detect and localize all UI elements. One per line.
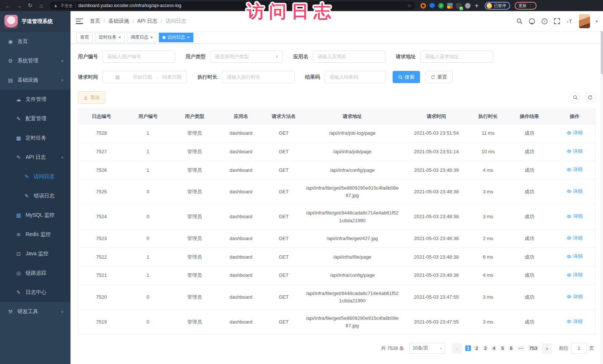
goto-page-input[interactable] — [571, 343, 587, 354]
fullscreen-icon[interactable] — [554, 18, 560, 24]
search-button[interactable]: 搜索 — [393, 71, 420, 83]
svg-text:T: T — [569, 19, 572, 24]
search-icon[interactable] — [516, 18, 523, 24]
page-button-5[interactable]: 5 — [500, 345, 505, 351]
prev-page-button[interactable]: ‹ — [452, 343, 462, 354]
sidebar-item-6[interactable]: ✎API 日志∧ — [0, 148, 71, 167]
sidebar-logo-row[interactable]: 芋道管理系统 — [0, 11, 71, 32]
close-icon[interactable]: × — [118, 35, 121, 40]
address-bar[interactable]: ▲ 不安全 dashboard.yudao.iocoder.cn/infra/l… — [50, 1, 415, 10]
page-scrollbar[interactable] — [600, 11, 603, 364]
next-page-button[interactable]: › — [542, 343, 552, 354]
browser-update-button[interactable]: 更新 ⋮ — [515, 2, 537, 10]
table-cell-action: 详细 — [554, 229, 596, 248]
sidebar-item-5[interactable]: ▦定时任务 — [0, 128, 71, 148]
detail-link[interactable]: 详细 — [567, 129, 583, 137]
browser-profile-chip[interactable]: 已暂停 — [485, 2, 510, 10]
user-id-input[interactable] — [102, 50, 175, 63]
sidebar-item-10[interactable]: ≋Redis 监控 — [0, 225, 71, 244]
sidebar-item-9[interactable]: ▥MySQL 监控 — [0, 206, 71, 225]
tab-2[interactable]: 调度日志× — [127, 33, 157, 42]
refresh-icon — [431, 75, 435, 79]
sidebar-item-0[interactable]: ◉首页 — [0, 32, 71, 51]
page-button-6[interactable]: 6 — [508, 345, 514, 351]
eye-icon — [567, 254, 571, 259]
browser-home-icon[interactable]: ⌂ — [36, 3, 46, 9]
detail-link[interactable]: 详细 — [567, 166, 583, 173]
sidebar-item-14[interactable]: ⚒研发工具∨ — [0, 302, 71, 321]
page-button-753[interactable]: 753 — [528, 345, 539, 351]
detail-link[interactable]: 详细 — [567, 253, 583, 260]
sidebar-item-7[interactable]: ✎访问日志 — [0, 167, 71, 186]
reset-button[interactable]: 重置 — [425, 71, 453, 83]
tab-label: 首页 — [80, 34, 89, 40]
bookmark-star-icon[interactable]: ☆ — [407, 3, 412, 9]
breadcrumb-item[interactable]: 首页 — [90, 18, 100, 24]
url-text[interactable]: dashboard.yudao.iocoder.cn/infra/log/api… — [78, 3, 404, 8]
sidebar-item-3[interactable]: ☁文件管理 — [0, 90, 71, 109]
tab-0[interactable]: 首页 — [76, 33, 93, 42]
detail-link[interactable]: 详细 — [567, 148, 583, 155]
detail-link[interactable]: 详细 — [567, 271, 583, 279]
extension-orange-icon[interactable] — [420, 3, 426, 9]
request-time-range-picker[interactable]: ▦ 开始日期 - 结束日期 — [102, 71, 187, 83]
export-button[interactable]: 导出 — [78, 91, 105, 104]
browser-forward-icon[interactable]: → — [14, 3, 24, 9]
detail-link[interactable]: 详细 — [567, 293, 583, 301]
sidebar-item-4[interactable]: ✎配置管理 — [0, 109, 71, 128]
table-cell: GET — [264, 124, 303, 143]
chevron-up-icon: ∧ — [61, 78, 64, 82]
extension-grid-icon[interactable] — [447, 3, 453, 9]
sidebar-item-11[interactable]: ⊡Java 监控 — [0, 244, 71, 263]
extension-translate-icon[interactable] — [456, 3, 462, 9]
chevron-down-icon[interactable]: ▾ — [596, 19, 598, 24]
sidebar-item-1[interactable]: ⚙系统管理∨ — [0, 51, 71, 70]
tab-3[interactable]: 访问日志× — [159, 33, 193, 42]
result-code-input[interactable] — [325, 71, 386, 83]
extensions-puzzle-icon[interactable]: ✛ — [474, 3, 479, 9]
browser-reload-icon[interactable]: ↻ — [25, 2, 35, 9]
sidebar-item-2[interactable]: ▤基础设施∧ — [0, 70, 71, 90]
page-size-select[interactable]: 10条/页 ▾ — [409, 343, 445, 354]
detail-link[interactable]: 详细 — [567, 188, 583, 195]
question-circle-icon[interactable]: ? — [541, 18, 548, 25]
sidebar-item-12[interactable]: ◎链路追踪 — [0, 263, 71, 283]
sidebar-item-label: 首页 — [17, 38, 71, 45]
table-body: 75281管理员dashboardGET/api/infra/job-log/p… — [78, 124, 596, 335]
not-secure-label[interactable]: 不安全 — [60, 3, 73, 9]
tab-1[interactable]: 定时任务× — [95, 33, 125, 42]
toggle-search-button[interactable] — [570, 92, 581, 103]
extension-gray-icon[interactable] — [465, 3, 471, 9]
user-avatar[interactable] — [579, 14, 590, 28]
kebab-menu-icon[interactable]: ⋮ — [529, 3, 533, 8]
extension-shield-icon[interactable] — [429, 3, 435, 9]
github-icon[interactable] — [528, 18, 535, 25]
sidebar-item-13[interactable]: ✎日志中心 — [0, 283, 71, 302]
extension-check-icon[interactable]: ✓ — [438, 3, 444, 9]
close-icon[interactable]: × — [150, 35, 153, 40]
toolbar-right — [570, 92, 596, 103]
page-button-3[interactable]: 3 — [482, 345, 488, 351]
page-button-1[interactable]: 1 — [465, 345, 471, 351]
detail-link[interactable]: 详细 — [567, 213, 583, 220]
sidebar-item-8[interactable]: ✎错误日志 — [0, 186, 71, 206]
close-icon[interactable]: × — [187, 35, 190, 40]
table-cell: 11 ms — [471, 124, 505, 143]
request-url-input[interactable] — [420, 50, 493, 63]
top-navbar: 首页 / 基础设施 / API 日志 / 访问日志 ? — [71, 11, 603, 31]
app-name-input[interactable] — [313, 50, 386, 63]
browser-back-icon[interactable]: ← — [3, 3, 13, 9]
detail-link[interactable]: 详细 — [567, 235, 583, 242]
eye-icon — [567, 149, 571, 154]
page-button-2[interactable]: 2 — [474, 345, 479, 351]
user-type-select[interactable]: 请选择用户类型 ▾ — [210, 50, 283, 63]
font-size-icon[interactable]: TT — [566, 18, 573, 24]
table-row: 75271管理员dashboardGET/api/infra/job/page2… — [78, 142, 596, 161]
hamburger-icon[interactable] — [76, 19, 83, 24]
detail-link-label: 详细 — [573, 253, 583, 260]
detail-link[interactable]: 详细 — [567, 318, 583, 325]
refresh-table-button[interactable] — [584, 92, 596, 103]
pager-ellipsis[interactable]: ··· — [517, 345, 525, 351]
duration-input[interactable] — [222, 71, 295, 83]
page-button-4[interactable]: 4 — [491, 345, 497, 351]
